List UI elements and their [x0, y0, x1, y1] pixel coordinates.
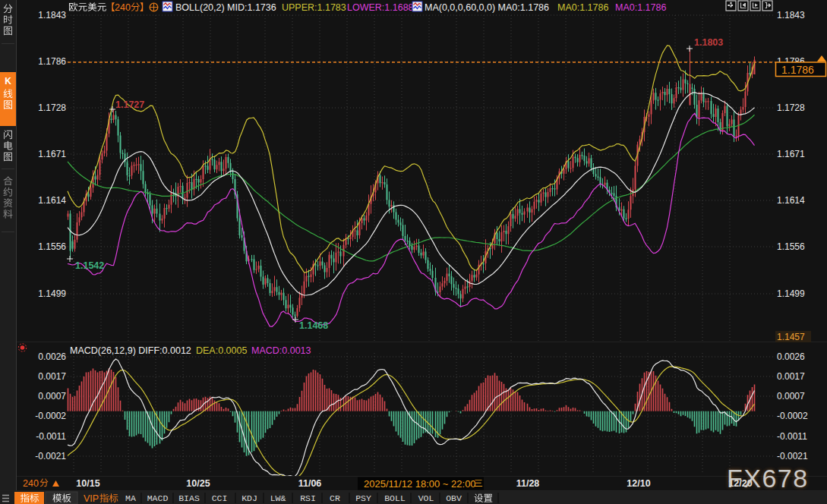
- svg-text:FX678: FX678: [727, 464, 809, 493]
- svg-text:VIP: VIP: [84, 493, 99, 504]
- svg-text:1.1843: 1.1843: [777, 10, 805, 20]
- svg-text:0.0026: 0.0026: [777, 351, 805, 362]
- svg-text:KDJ: KDJ: [241, 493, 257, 503]
- svg-text:1.1786: 1.1786: [38, 56, 66, 67]
- svg-text:LW&: LW&: [270, 493, 286, 503]
- svg-text:PSY: PSY: [355, 493, 371, 503]
- svg-text:VOL: VOL: [418, 493, 434, 503]
- svg-text:1.1499: 1.1499: [38, 288, 66, 299]
- svg-text:1.1457: 1.1457: [777, 332, 805, 342]
- svg-text:MA: MA: [125, 493, 136, 503]
- svg-text:LOWER:1.1688: LOWER:1.1688: [347, 2, 414, 13]
- svg-text:240: 240: [115, 2, 131, 13]
- svg-text:1.1728: 1.1728: [38, 102, 66, 113]
- svg-text:UPPER:1.1783: UPPER:1.1783: [282, 2, 346, 13]
- svg-text:1.1468: 1.1468: [299, 320, 328, 331]
- svg-text:OBV: OBV: [446, 493, 462, 503]
- svg-text:BOLL(20,2) MID:1.1736: BOLL(20,2) MID:1.1736: [175, 2, 276, 13]
- svg-text:11/06: 11/06: [298, 478, 322, 489]
- svg-text:-0.0011: -0.0011: [36, 431, 66, 442]
- svg-text:DEA:0.0005: DEA:0.0005: [196, 345, 247, 356]
- svg-text:MA0:1.1786: MA0:1.1786: [557, 2, 608, 13]
- svg-text:1.1803: 1.1803: [694, 37, 723, 48]
- svg-text:1.1728: 1.1728: [777, 102, 805, 113]
- svg-text:1.1614: 1.1614: [38, 195, 66, 206]
- svg-text:CR: CR: [330, 493, 340, 503]
- svg-text:12/10: 12/10: [627, 478, 650, 489]
- svg-text:1.1671: 1.1671: [38, 149, 66, 159]
- svg-text:-0.0002: -0.0002: [777, 411, 808, 421]
- svg-text:1.1556: 1.1556: [38, 241, 66, 252]
- svg-text:1.1556: 1.1556: [777, 241, 805, 252]
- svg-text:RSI: RSI: [300, 493, 316, 503]
- svg-text:MA0:1.1786: MA0:1.1786: [615, 2, 666, 13]
- svg-text:K: K: [5, 76, 11, 87]
- svg-text:MA(0,0,0,60,0,0) MA0:1.1786: MA(0,0,0,60,0,0) MA0:1.1786: [425, 2, 549, 13]
- svg-text:BOLL: BOLL: [384, 493, 406, 503]
- svg-text:0.0026: 0.0026: [38, 351, 66, 362]
- svg-text:MACD(26,12,9) DIFF:0.0012: MACD(26,12,9) DIFF:0.0012: [70, 345, 191, 356]
- svg-text:1.1614: 1.1614: [777, 195, 805, 206]
- svg-text:-0.0021: -0.0021: [35, 451, 66, 461]
- svg-text:0.0017: 0.0017: [777, 371, 805, 382]
- svg-text:2025/11/12 18:00 ~ 22:00: 2025/11/12 18:00 ~ 22:00: [364, 478, 476, 490]
- svg-text:-0.0002: -0.0002: [35, 411, 66, 421]
- svg-text:0.0007: 0.0007: [38, 391, 66, 402]
- svg-text:240: 240: [23, 478, 39, 489]
- svg-text:1.1843: 1.1843: [38, 10, 66, 20]
- svg-text:10/15: 10/15: [76, 478, 99, 489]
- svg-text:CCI: CCI: [212, 493, 228, 503]
- svg-text:MACD:0.0013: MACD:0.0013: [251, 345, 311, 356]
- svg-text:1.1671: 1.1671: [777, 149, 805, 159]
- svg-text:MACD: MACD: [147, 493, 169, 503]
- svg-text:-0.0021: -0.0021: [777, 451, 808, 461]
- svg-text:0.0017: 0.0017: [38, 371, 66, 382]
- svg-text:BIAS: BIAS: [178, 493, 200, 503]
- svg-text:0.0007: 0.0007: [777, 391, 805, 402]
- svg-text:1.1499: 1.1499: [777, 288, 805, 299]
- svg-text:1.1786: 1.1786: [781, 64, 814, 76]
- svg-text:-0.0011: -0.0011: [777, 431, 807, 442]
- svg-text:11/28: 11/28: [516, 478, 540, 489]
- svg-text:10/25: 10/25: [186, 478, 210, 489]
- svg-text:1.1542: 1.1542: [75, 260, 104, 271]
- svg-text:1.1727: 1.1727: [115, 99, 144, 110]
